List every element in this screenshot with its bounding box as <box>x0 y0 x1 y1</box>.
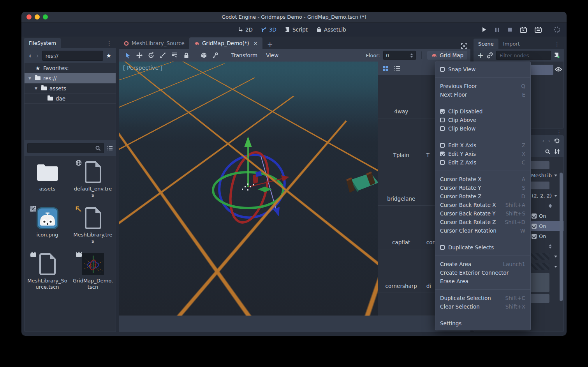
stop-button[interactable] <box>507 27 512 32</box>
bottom-panel-tab[interactable] <box>123 322 132 326</box>
gridmap-menu-item[interactable] <box>435 256 530 256</box>
gridmap-menu-item[interactable] <box>435 78 530 78</box>
gridmap-menu-item[interactable] <box>435 239 530 239</box>
scene-tab-meshlibrary-source[interactable]: MeshLibrary_Source <box>119 37 189 49</box>
file-list-view-toggle-icon[interactable] <box>107 146 113 151</box>
filter-nodes-input[interactable] <box>496 51 551 60</box>
close-window-button[interactable] <box>26 14 32 19</box>
gridmap-menu-item[interactable]: Duplicate Selects <box>435 243 530 252</box>
gridmap-menu-item[interactable]: Snap View <box>435 65 530 74</box>
chevron-down-icon[interactable] <box>554 266 557 268</box>
mesh-palette-item[interactable]: capflat <box>378 206 424 249</box>
file-item[interactable]: MeshLibrary.tres <box>70 204 116 250</box>
gridmap-menu-item[interactable]: Cursor Back Rotate Y Shift+S <box>435 209 530 218</box>
pause-button[interactable] <box>495 27 500 32</box>
tab-filesystem[interactable]: FileSystem <box>24 38 61 48</box>
mesh-palette-item[interactable] <box>378 293 424 316</box>
new-tab-button[interactable]: + <box>262 39 278 49</box>
file-item[interactable]: icon.png <box>25 204 70 250</box>
file-item[interactable]: MeshLibrary_Source.tscn <box>25 250 70 296</box>
favorite-star-icon[interactable]: ★ <box>105 52 113 59</box>
spinner-arrows-icon[interactable] <box>549 244 552 249</box>
instance-scene-link-icon[interactable] <box>487 52 493 58</box>
gridmap-menu-item[interactable]: Clear Selection Shift+X <box>435 302 530 311</box>
gridmap-menu-item[interactable]: Edit Y Axis X <box>435 150 530 158</box>
gridmap-menu-item[interactable]: Create Exterior Connector <box>435 268 530 277</box>
menubar-item[interactable] <box>46 27 55 32</box>
gridmap-menu-item[interactable] <box>435 103 530 103</box>
bottom-panel-tab[interactable] <box>135 322 144 326</box>
filesystem-search-input[interactable] <box>27 143 104 153</box>
history-icon[interactable] <box>554 138 560 144</box>
mesh-tool-button[interactable] <box>198 51 209 60</box>
gridmap-menu-item[interactable] <box>435 289 530 290</box>
update-spinner-icon[interactable] <box>553 26 560 33</box>
zoom-window-button[interactable] <box>43 14 48 19</box>
gridmap-menu-item[interactable]: Cursor Rotate X A <box>435 175 530 184</box>
bottom-panel-tab[interactable] <box>158 322 167 326</box>
tree-row[interactable]: ▼ ★ Favorites: <box>25 63 116 73</box>
view-menu-button[interactable]: View <box>262 52 282 58</box>
tree-row[interactable]: ▼ ★ assets <box>25 83 116 94</box>
file-item[interactable]: assets <box>25 158 70 204</box>
gridmap-menu-item[interactable]: Previous Floor Q <box>435 82 530 90</box>
gridmap-menu-item[interactable]: Duplicate Selection Shift+C <box>435 294 530 302</box>
list-select-tool-button[interactable] <box>169 51 180 60</box>
mode-2d-button[interactable]: 2D <box>238 26 253 33</box>
gridmap-menu-item[interactable]: Settings <box>435 319 530 328</box>
mesh-palette-item[interactable]: Tplain <box>378 118 424 162</box>
gridmap-menu-item[interactable]: Cursor Clear Rotation W <box>435 226 530 235</box>
list-view-icon[interactable] <box>394 66 400 71</box>
gridmap-menu-button[interactable]: Grid Map <box>427 51 467 60</box>
gridmap-menu-item[interactable]: Clip Below <box>435 124 530 133</box>
menubar-item[interactable] <box>36 27 46 32</box>
menubar-item[interactable] <box>55 27 64 32</box>
thumbnail-view-icon[interactable] <box>383 65 389 71</box>
spinner-arrows-icon[interactable] <box>549 204 552 208</box>
perspective-label[interactable]: [ Perspective ] <box>123 65 162 71</box>
inspector-search-icon[interactable] <box>545 149 550 154</box>
nav-back-icon[interactable]: ‹ <box>27 52 33 60</box>
lock-tool-button[interactable] <box>181 51 192 60</box>
move-tool-button[interactable] <box>134 51 145 60</box>
gridmap-menu-item[interactable]: Create Area Launch1 <box>435 260 530 268</box>
rotate-tool-button[interactable] <box>146 51 157 60</box>
file-item[interactable]: default_env.tres <box>70 158 116 204</box>
minimize-window-button[interactable] <box>35 14 40 19</box>
scene-tab-gridmap-demo[interactable]: GridMap_Demo(*) ✕ <box>189 37 262 49</box>
play-custom-scene-button[interactable] <box>535 27 542 33</box>
transform-gizmo[interactable] <box>119 62 378 316</box>
gridmap-menu-item[interactable] <box>435 171 530 171</box>
mode-assetlib-button[interactable]: AssetLib <box>316 26 346 33</box>
bottom-panel-tab[interactable] <box>146 322 156 326</box>
mesh-palette-item[interactable]: cornersharp <box>378 249 424 293</box>
play-scene-button[interactable] <box>520 27 527 33</box>
gridmap-menu-item[interactable]: Edit X Axis Z <box>435 141 530 150</box>
floor-spinbox[interactable]: 0 <box>383 51 416 60</box>
tab-scene[interactable]: Scene <box>474 39 498 49</box>
tree-expand-icon[interactable]: ▼ <box>35 86 39 90</box>
history-forward-icon[interactable]: › <box>548 138 550 144</box>
gridmap-menu-item[interactable]: Clip Disabled <box>435 107 530 116</box>
gridmap-menu-item[interactable]: Cursor Back Rotate X Shift+A <box>435 201 530 209</box>
tree-expand-icon[interactable]: ▼ <box>28 76 32 80</box>
play-button[interactable] <box>481 27 487 32</box>
menubar-item[interactable] <box>64 27 74 32</box>
mesh-palette-item[interactable]: 4way <box>378 75 424 118</box>
checkbox-icon[interactable] <box>532 213 537 219</box>
gridmap-menu-item[interactable] <box>435 137 530 137</box>
file-item[interactable]: GridMap_Demo.tscn <box>70 250 116 296</box>
gridmap-menu-item[interactable]: Edit Z Axis C <box>435 158 530 167</box>
history-back-icon[interactable]: ‹ <box>542 138 544 144</box>
expand-viewport-icon[interactable] <box>461 43 467 49</box>
gridmap-menu-item[interactable]: Erase Area <box>435 277 530 286</box>
chevron-down-icon[interactable] <box>554 256 557 258</box>
tree-row[interactable]: ▼ ★ res:// <box>25 73 116 83</box>
scale-tool-button[interactable] <box>157 51 168 60</box>
gridmap-menu-item[interactable]: Cursor Rotate Y S <box>435 184 530 192</box>
transform-menu-button[interactable]: Transform <box>227 52 261 58</box>
skeleton-tool-button[interactable] <box>210 51 221 60</box>
gridmap-menu-item[interactable]: Next Floor E <box>435 90 530 99</box>
close-tab-icon[interactable]: ✕ <box>254 41 258 46</box>
gridmap-menu-item[interactable]: Cursor Back Rotate Z Shift+D <box>435 218 530 226</box>
